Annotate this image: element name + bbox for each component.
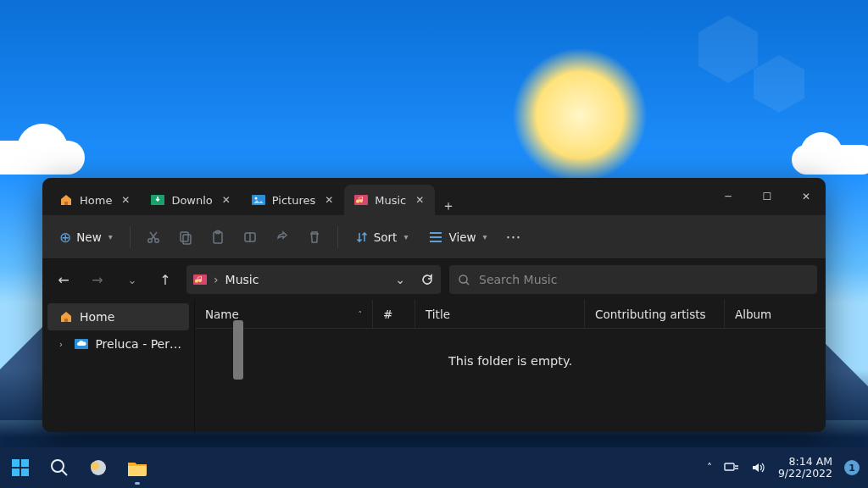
- wallpaper-cloud: [792, 145, 868, 175]
- up-button[interactable]: ↑: [153, 267, 178, 292]
- clock-date: 9/22/2022: [778, 468, 832, 480]
- close-icon[interactable]: ✕: [220, 193, 233, 207]
- content-pane: Name ˄ # Title Contributing artists Albu…: [195, 300, 826, 432]
- search-box[interactable]: Search Music: [449, 265, 817, 294]
- close-icon[interactable]: ✕: [119, 193, 132, 207]
- close-icon[interactable]: ✕: [322, 193, 336, 207]
- tab-music[interactable]: Music ✕: [344, 185, 435, 215]
- navigation-pane: Home › Preluca - Persona: [42, 300, 195, 432]
- svg-point-12: [459, 275, 467, 283]
- tab-strip: Home ✕ Downlo ✕ Pictures ✕: [42, 178, 709, 215]
- svg-rect-7: [183, 235, 191, 244]
- chevron-down-icon: ▾: [108, 232, 113, 241]
- svg-rect-15: [21, 459, 29, 467]
- view-icon: [428, 230, 443, 244]
- paste-button[interactable]: [203, 223, 232, 252]
- sidebar-item-onedrive[interactable]: › Preluca - Persona: [42, 330, 194, 358]
- view-button[interactable]: View ▾: [420, 225, 495, 249]
- music-icon: [193, 273, 207, 286]
- taskbar-clock[interactable]: 8:14 AM 9/22/2022: [778, 456, 832, 480]
- file-explorer-window: Home ✕ Downlo ✕ Pictures ✕: [42, 178, 826, 432]
- chevron-down-icon: ▾: [483, 232, 487, 241]
- sidebar-item-home[interactable]: Home: [47, 303, 189, 330]
- breadcrumb-current[interactable]: Music: [225, 273, 259, 286]
- new-label: New: [76, 230, 101, 244]
- taskbar-explorer-button[interactable]: [125, 456, 149, 480]
- onedrive-icon: [75, 337, 88, 351]
- window-controls: ─ ☐ ✕: [709, 178, 826, 215]
- svg-rect-16: [12, 469, 19, 476]
- column-header-name[interactable]: Name ˄: [195, 300, 373, 328]
- rename-button[interactable]: [236, 223, 264, 252]
- svg-rect-1: [252, 195, 265, 205]
- share-button[interactable]: [268, 223, 297, 252]
- delete-button[interactable]: [300, 223, 329, 252]
- sort-icon: [355, 230, 369, 244]
- search-placeholder: Search Music: [479, 273, 557, 286]
- wallpaper-cloud: [0, 141, 85, 175]
- taskbar-search-button[interactable]: [47, 456, 71, 480]
- navigation-row: ← → ⌄ ↑ › Music ⌄ Search Music: [42, 259, 826, 300]
- recent-button[interactable]: ⌄: [119, 267, 144, 292]
- notification-badge[interactable]: 1: [844, 460, 860, 475]
- chevron-right-icon[interactable]: ›: [59, 340, 68, 349]
- sort-indicator-icon: ˄: [359, 310, 363, 319]
- sort-button[interactable]: Sort ▾: [347, 225, 417, 249]
- svg-rect-6: [181, 232, 188, 241]
- close-window-button[interactable]: ✕: [787, 178, 826, 215]
- cut-button[interactable]: [139, 223, 168, 252]
- volume-icon[interactable]: [751, 461, 766, 474]
- maximize-button[interactable]: ☐: [748, 178, 787, 215]
- chevron-down-icon: ▾: [403, 232, 408, 241]
- more-button[interactable]: ⋯: [499, 223, 528, 252]
- tab-downloads[interactable]: Downlo ✕: [141, 185, 241, 215]
- refresh-button[interactable]: [420, 273, 434, 286]
- column-header-album[interactable]: Album: [725, 300, 826, 328]
- start-button[interactable]: [8, 456, 32, 480]
- network-icon[interactable]: [724, 461, 739, 474]
- new-button[interactable]: ⊕ New ▾: [51, 224, 121, 251]
- svg-rect-14: [12, 459, 19, 467]
- taskbar: ˄ 8:14 AM 9/22/2022 1: [0, 447, 868, 488]
- column-header-number[interactable]: #: [373, 300, 415, 328]
- tab-label: Music: [375, 194, 406, 207]
- tab-label: Pictures: [272, 194, 315, 207]
- close-icon[interactable]: ✕: [413, 193, 426, 207]
- sort-label: Sort: [374, 230, 398, 244]
- svg-rect-21: [725, 463, 734, 470]
- copy-button[interactable]: [171, 223, 200, 252]
- search-icon: [458, 274, 470, 286]
- svg-rect-17: [21, 469, 29, 476]
- empty-folder-message: This folder is empty.: [195, 329, 826, 432]
- tab-home[interactable]: Home ✕: [49, 185, 141, 215]
- separator: [337, 226, 338, 248]
- minimize-button[interactable]: ─: [709, 178, 748, 215]
- taskbar-widgets-button[interactable]: [86, 456, 110, 480]
- scrollbar-thumb[interactable]: [233, 320, 243, 380]
- column-header-artists[interactable]: Contributing artists: [585, 300, 725, 328]
- plus-circle-icon: ⊕: [59, 229, 71, 246]
- home-icon: [59, 193, 73, 207]
- explorer-body: Home › Preluca - Persona Name ˄ # Title …: [42, 300, 826, 432]
- taskbar-pinned: [8, 456, 149, 480]
- pictures-icon: [252, 193, 265, 207]
- new-tab-button[interactable]: ＋: [435, 197, 462, 215]
- view-label: View: [448, 230, 476, 244]
- chevron-down-icon: ⌄: [128, 274, 137, 286]
- column-header-title[interactable]: Title: [415, 300, 585, 328]
- chevron-down-icon[interactable]: ⌄: [395, 273, 405, 286]
- tray-overflow-button[interactable]: ˄: [707, 462, 712, 474]
- downloads-icon: [151, 193, 164, 207]
- wallpaper-hexagon: [754, 55, 804, 113]
- tab-label: Downlo: [171, 194, 212, 207]
- address-bar[interactable]: › Music ⌄: [186, 265, 441, 294]
- tab-pictures[interactable]: Pictures ✕: [242, 185, 344, 215]
- separator: [130, 226, 131, 248]
- back-button[interactable]: ←: [51, 267, 76, 292]
- svg-point-20: [91, 462, 99, 470]
- forward-button[interactable]: →: [85, 267, 110, 292]
- svg-point-2: [254, 197, 257, 200]
- clock-time: 8:14 AM: [789, 456, 832, 468]
- breadcrumb-separator: ›: [214, 273, 219, 286]
- sidebar-item-label: Preluca - Persona: [95, 337, 184, 351]
